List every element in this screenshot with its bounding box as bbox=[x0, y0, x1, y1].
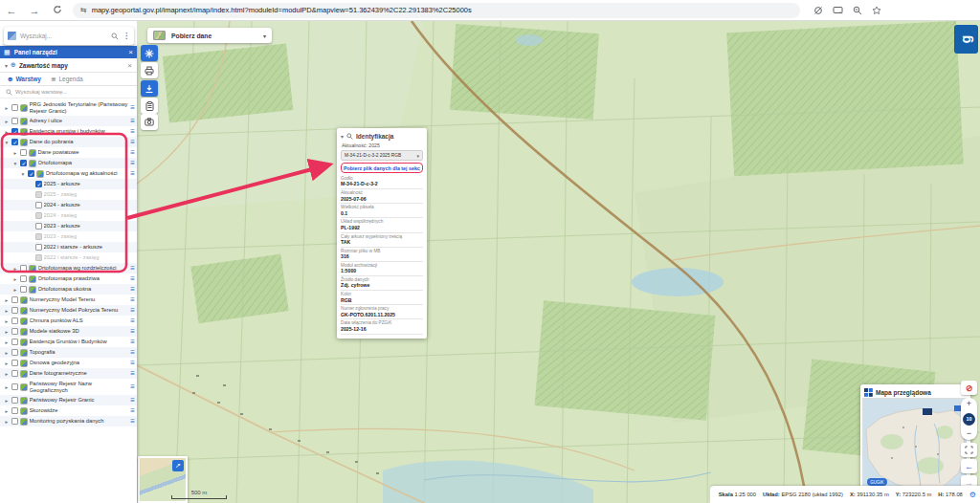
layer-checkbox[interactable] bbox=[11, 118, 18, 124]
download-mode-button[interactable] bbox=[141, 80, 158, 97]
layer-checkbox[interactable] bbox=[20, 160, 27, 166]
expander-icon[interactable]: ▸ bbox=[4, 384, 10, 390]
layer-menu-icon[interactable]: ≡ bbox=[130, 360, 135, 367]
layer-checkbox[interactable] bbox=[35, 191, 42, 198]
layer-checkbox[interactable] bbox=[28, 170, 34, 177]
screenshot-button[interactable] bbox=[141, 114, 158, 130]
download-file-link[interactable]: Pobierz plik danych dla tej sekcji bbox=[344, 165, 420, 171]
layer-checkbox[interactable] bbox=[11, 397, 18, 404]
layer-menu-icon[interactable]: ≡ bbox=[130, 170, 135, 178]
layer-menu-icon[interactable]: ≡ bbox=[130, 370, 135, 378]
tab-layers[interactable]: ⊕ Warstwy bbox=[8, 76, 41, 83]
geoportal-logo[interactable]: g bbox=[954, 25, 978, 54]
layer-row[interactable]: ▸ Ortofotomapa ukośna ≡ bbox=[0, 284, 137, 295]
expander-icon[interactable]: ▸ bbox=[12, 150, 18, 156]
expander-icon[interactable]: ▸ bbox=[4, 318, 10, 324]
browser-back-icon[interactable]: ← bbox=[0, 5, 23, 16]
layer-menu-icon[interactable]: ≡ bbox=[130, 383, 135, 391]
layer-checkbox[interactable] bbox=[35, 212, 42, 219]
zoom-in-button[interactable]: + bbox=[967, 400, 971, 408]
layer-checkbox[interactable] bbox=[11, 418, 18, 425]
fullscreen-button[interactable] bbox=[961, 443, 977, 457]
layer-checkbox[interactable] bbox=[11, 296, 18, 303]
panel-close-icon[interactable]: × bbox=[128, 48, 133, 56]
download-data-button[interactable]: Pobierz dane ▾ bbox=[147, 28, 272, 43]
expander-icon[interactable]: ▸ bbox=[4, 329, 10, 335]
expander-icon[interactable]: ▸ bbox=[4, 361, 10, 366]
layer-menu-icon[interactable]: ≡ bbox=[130, 349, 135, 357]
layer-row[interactable]: ▸ Chmura punktów ALS ≡ bbox=[0, 316, 137, 326]
layer-checkbox[interactable] bbox=[35, 223, 42, 230]
layer-row[interactable]: ▸ Modele siatkowe 3D ≡ bbox=[0, 326, 137, 337]
layer-checkbox[interactable] bbox=[20, 265, 27, 272]
layer-row[interactable]: 2025 - zasięg ≡ bbox=[0, 189, 137, 200]
expander-icon[interactable]: ▸ bbox=[4, 339, 10, 345]
expander-icon[interactable]: ▸ bbox=[4, 371, 10, 377]
collapse-chevron-icon[interactable]: ▾ bbox=[5, 62, 8, 69]
layer-menu-icon[interactable]: ≡ bbox=[130, 296, 135, 304]
layer-menu-icon[interactable]: ≡ bbox=[130, 407, 135, 415]
expander-icon[interactable]: ▸ bbox=[12, 276, 18, 282]
layer-menu-icon[interactable]: ≡ bbox=[130, 149, 135, 157]
layer-menu-icon[interactable]: ≡ bbox=[130, 397, 135, 405]
layer-menu-icon[interactable]: ≡ bbox=[130, 118, 135, 125]
layer-menu-icon[interactable]: ≡ bbox=[130, 265, 135, 273]
address-bar[interactable]: ⇆ mapy.geoportal.gov.pl/imapnext/imap/in… bbox=[73, 3, 800, 18]
layer-menu-icon[interactable]: ≡ bbox=[130, 418, 135, 426]
tab-legend[interactable]: ≣ Legenda bbox=[51, 76, 83, 83]
layer-row[interactable]: ▸ Adresy i ulice ≡ bbox=[0, 116, 137, 126]
expand-basemap-icon[interactable]: ↗ bbox=[172, 460, 184, 471]
layer-row[interactable]: 2023 - arkusze ≡ bbox=[0, 221, 137, 231]
expander-icon[interactable]: ▸ bbox=[4, 308, 10, 314]
extent-marker[interactable] bbox=[923, 408, 932, 415]
layer-row[interactable]: ▸ Dane fotogrametryczne ≡ bbox=[0, 368, 137, 379]
layer-menu-icon[interactable]: ≡ bbox=[130, 317, 135, 325]
layer-row[interactable]: 2022 i starsze - zasięg ≡ bbox=[0, 252, 137, 263]
expander-icon[interactable]: ▸ bbox=[4, 119, 10, 124]
bookmark-star-icon[interactable] bbox=[872, 6, 881, 15]
browser-forward-icon[interactable]: → bbox=[23, 5, 46, 16]
layer-checkbox[interactable] bbox=[35, 181, 42, 187]
browser-reload-icon[interactable] bbox=[46, 5, 69, 16]
layer-row[interactable]: 2024 - zasięg ≡ bbox=[0, 210, 137, 221]
expander-icon[interactable]: ▸ bbox=[4, 297, 10, 303]
zoom-out-button[interactable]: − bbox=[967, 429, 971, 438]
layer-row[interactable]: ▸ Ortofotomapa prawdziwa ≡ bbox=[0, 273, 137, 284]
layer-row[interactable]: ▸ Ortofotomapa wg rozdzielczości ≡ bbox=[0, 263, 137, 273]
layer-row[interactable]: ▸ Skorowidze ≡ bbox=[0, 405, 137, 416]
layer-search-input[interactable]: Wyszukaj warstwę... bbox=[15, 89, 67, 95]
site-settings-icon[interactable]: ⇆ bbox=[80, 6, 87, 14]
expander-icon[interactable]: ▾ bbox=[4, 140, 10, 145]
search-input[interactable]: Wyszukaj... bbox=[20, 33, 107, 39]
print-button[interactable] bbox=[141, 62, 158, 78]
layer-row[interactable]: ▸ Topografia ≡ bbox=[0, 347, 137, 358]
layer-checkbox[interactable] bbox=[11, 328, 18, 335]
expander-icon[interactable]: ▸ bbox=[4, 105, 10, 111]
expander-icon[interactable]: ▸ bbox=[4, 419, 10, 425]
layer-row[interactable]: ▸ Dane powiatowe ≡ bbox=[0, 147, 137, 158]
active-tool-button[interactable] bbox=[141, 45, 158, 61]
layer-menu-icon[interactable]: ≡ bbox=[130, 339, 135, 346]
layer-row[interactable]: ▾ Ortofotomapa wg aktualności ≡ bbox=[0, 168, 137, 179]
layer-checkbox[interactable] bbox=[20, 149, 27, 156]
layer-checkbox[interactable] bbox=[11, 104, 18, 111]
layer-menu-icon[interactable]: ≡ bbox=[130, 104, 135, 112]
layer-row[interactable]: ▾ Ortofotomapa ≡ bbox=[0, 158, 137, 168]
sheet-dropdown[interactable]: M-34-21-D-c-3-2 2025 RGB ▾ bbox=[341, 150, 423, 161]
layer-checkbox[interactable] bbox=[35, 233, 42, 240]
zoom-page-icon[interactable] bbox=[853, 6, 862, 15]
layer-row[interactable]: 2023 - zasięg ≡ bbox=[0, 231, 137, 242]
section-close-icon[interactable]: × bbox=[127, 61, 132, 70]
expander-icon[interactable]: ▸ bbox=[12, 266, 18, 272]
layer-row[interactable]: 2025 - arkusze ≡ bbox=[0, 179, 137, 189]
global-search-box[interactable]: Wyszukaj... ⋮ bbox=[4, 27, 134, 45]
expander-icon[interactable]: ▸ bbox=[4, 408, 10, 414]
layer-menu-icon[interactable]: ≡ bbox=[130, 139, 135, 146]
layer-checkbox[interactable] bbox=[11, 317, 18, 324]
layer-row[interactable]: ▸ Państwowy Rejestr Nazw Geograficznych … bbox=[0, 379, 137, 395]
search-menu-icon[interactable]: ⋮ bbox=[122, 32, 130, 40]
layer-checkbox[interactable] bbox=[20, 286, 27, 293]
layer-checkbox[interactable] bbox=[20, 275, 27, 282]
layer-row[interactable]: ▸ Osnowa geodezyjna ≡ bbox=[0, 358, 137, 368]
layer-row[interactable]: ▸ Ewidencja Gruntów i Budynków ≡ bbox=[0, 337, 137, 347]
